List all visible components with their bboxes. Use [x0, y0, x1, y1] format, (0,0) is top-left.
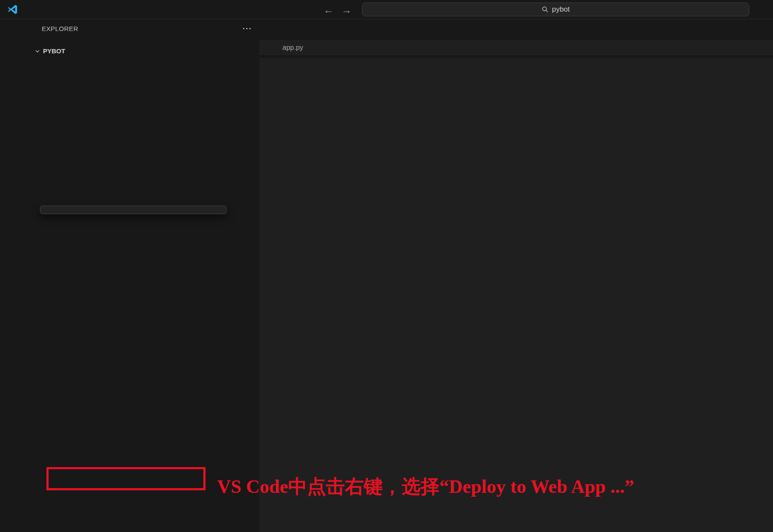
back-arrow-icon[interactable]: ←	[323, 4, 334, 16]
activity-bar	[0, 19, 27, 532]
annotation-text: VS Code中点击右键，选择“Deploy to Web App ...”	[217, 474, 634, 499]
breadcrumb-file: app.py	[282, 44, 303, 52]
editor-tabs	[259, 19, 773, 40]
scroll-shadow	[259, 55, 773, 59]
chevron-down-icon	[34, 48, 41, 55]
command-center-search[interactable]: pybot	[362, 3, 749, 16]
explorer-sidebar: EXPLORER ⋯ PYBOT	[27, 19, 259, 532]
editor-area: app.py	[259, 19, 773, 532]
explorer-more-actions-icon[interactable]: ⋯	[239, 24, 255, 33]
title-bar: ← → pybot	[0, 0, 773, 19]
search-value: pybot	[552, 5, 570, 14]
tree-root-pybot[interactable]: PYBOT	[27, 44, 259, 58]
vscode-logo-icon	[7, 4, 18, 15]
context-menu	[40, 206, 227, 214]
forward-arrow-icon[interactable]: →	[341, 4, 352, 16]
explorer-title: EXPLORER	[42, 25, 239, 32]
annotation-highlight-box	[46, 467, 206, 490]
search-icon	[542, 6, 549, 13]
breadcrumb[interactable]: app.py	[259, 40, 773, 55]
